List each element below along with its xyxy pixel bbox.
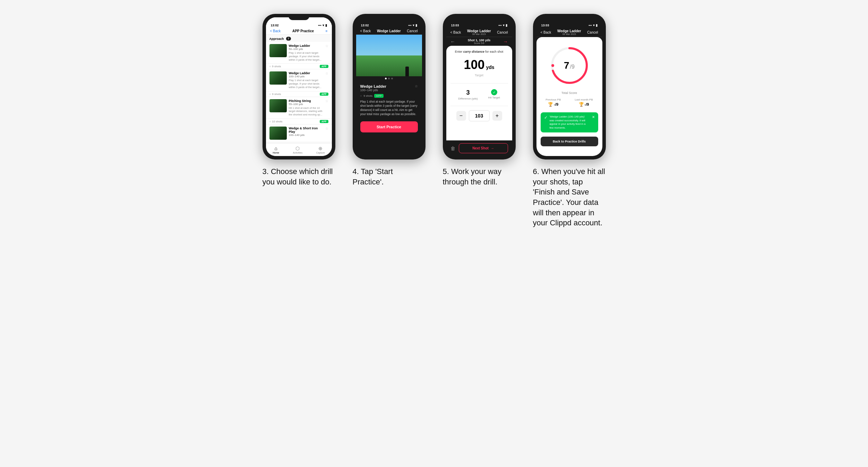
wifi-icon-1: ▾ bbox=[323, 24, 324, 27]
star-icon-2[interactable]: ☆ bbox=[325, 71, 328, 75]
cancel-btn-4[interactable]: Cancel bbox=[587, 31, 598, 34]
detail-title: Wedge Ladder bbox=[360, 84, 387, 88]
drill-item-1[interactable]: Wedge Ladder 50–100 yds Play 1 shot at e… bbox=[266, 42, 332, 64]
shot-bottom: 🗑 Next Shot → bbox=[446, 140, 512, 156]
time-4: 13:03 bbox=[541, 24, 549, 27]
status-icons-4: ▪▪▪ ▾ ▮ bbox=[588, 24, 598, 27]
home-label: Home bbox=[273, 152, 279, 154]
trash-icon[interactable]: 🗑 bbox=[450, 146, 455, 151]
status-icons-1: ▪▪▪ ▾ ▮ bbox=[318, 24, 327, 27]
app-badge-3: APP bbox=[320, 120, 328, 123]
drill-desc-2: Play 1 shot at each target yardage. If y… bbox=[289, 79, 323, 89]
drill-title-3: Pitching String bbox=[289, 99, 323, 103]
drill-desc-3: Hit 1 shot at each of the 10 target dist… bbox=[289, 106, 323, 116]
next-arrow[interactable]: → bbox=[503, 39, 508, 44]
nav-title-3: Wedge Ladder bbox=[467, 29, 491, 33]
star-icon-4[interactable]: ☆ bbox=[325, 127, 328, 130]
start-practice-btn[interactable]: Start Practice bbox=[360, 121, 418, 132]
battery-icon-2: ▮ bbox=[415, 24, 417, 27]
nav-right-1[interactable]: ≡ bbox=[326, 29, 328, 33]
drill-item-2[interactable]: Wedge Ladder 100–140 yds Play 1 shot at … bbox=[266, 69, 332, 91]
dot-2 bbox=[388, 78, 390, 79]
drill-item-3[interactable]: Pitching String 55–100 yds Hit 1 shot at… bbox=[266, 97, 332, 119]
activities-label: Activities bbox=[293, 152, 303, 154]
drill-meta-3: ○ 10 shots APP bbox=[266, 119, 332, 124]
shot-stats: 3 Difference (yds) ✓ Hit Target bbox=[458, 89, 500, 100]
drill-desc-1: Play 1 shot at each target yardage. If y… bbox=[289, 51, 323, 61]
drill-thumb-4 bbox=[269, 127, 287, 140]
nav-home[interactable]: ⌂ Home bbox=[273, 146, 279, 154]
close-icon[interactable]: ✕ bbox=[592, 115, 595, 119]
back-to-drills-btn[interactable]: Back to Practice Drills bbox=[541, 137, 598, 146]
prev-arrow[interactable]: ← bbox=[450, 39, 455, 44]
golfer-silhouette bbox=[405, 67, 409, 76]
drill-info-3: Pitching String 55–100 yds Hit 1 shot at… bbox=[289, 99, 323, 116]
cancel-btn-3[interactable]: Cancel bbox=[497, 31, 508, 34]
star-icon-detail[interactable]: ☆ bbox=[415, 84, 418, 88]
phone-screen-2: 13:02 ▪▪▪ ▾ ▮ < Back Wedge Ladder Cancel bbox=[356, 17, 422, 156]
shots-clock-icon: ○ bbox=[360, 94, 362, 97]
drill-yds-1: 50–100 yds bbox=[289, 47, 323, 51]
shot-info: Shot 1, 100 yds Score 5/9 bbox=[468, 38, 491, 44]
increment-btn[interactable]: + bbox=[492, 111, 502, 121]
circle-dot bbox=[551, 64, 554, 67]
previous-pb: Previous PB 🏆 -/9 bbox=[545, 98, 561, 107]
signal-icon-1: ▪▪▪ bbox=[318, 24, 321, 27]
phone-section-1: 13:02 ▪▪▪ ▾ ▮ < Back APP Practice ≡ bbox=[261, 14, 337, 187]
carry-strong: carry distance bbox=[463, 50, 484, 53]
nav-activities[interactable]: ⬡ Activities bbox=[293, 146, 303, 154]
phone-screen-3: 13:03 ▪▪▪ ▾ ▮ < Back Wedge Ladder 06 Mar… bbox=[446, 17, 512, 156]
home-icon: ⌂ bbox=[274, 146, 277, 151]
drill-thumb-3 bbox=[269, 99, 287, 112]
battery-icon-1: ▮ bbox=[325, 24, 327, 27]
decrement-btn[interactable]: − bbox=[456, 111, 466, 121]
nav-capture[interactable]: ⊕ Capture bbox=[316, 146, 325, 154]
shots-label-2: ○ 9 shots bbox=[269, 93, 281, 96]
back-btn-1[interactable]: < Back bbox=[270, 29, 281, 33]
score-numerator: 7 bbox=[564, 60, 569, 71]
status-icons-2: ▪▪▪ ▾ ▮ bbox=[408, 24, 417, 27]
phone-frame-3: 13:03 ▪▪▪ ▾ ▮ < Back Wedge Ladder 06 Mar… bbox=[443, 14, 516, 159]
shot-input[interactable] bbox=[469, 110, 490, 121]
prev-pb-val: 🏆 -/9 bbox=[548, 102, 558, 107]
star-icon-1[interactable]: ☆ bbox=[325, 44, 328, 48]
thumb-img-2 bbox=[269, 71, 287, 85]
back-btn-2[interactable]: < Back bbox=[360, 29, 371, 33]
phone-frame-2: 13:02 ▪▪▪ ▾ ▮ < Back Wedge Ladder Cancel bbox=[353, 14, 426, 159]
difference-label: Difference (yds) bbox=[458, 97, 478, 100]
divider-2 bbox=[450, 106, 508, 106]
back-btn-4[interactable]: < Back bbox=[541, 31, 551, 34]
nav-title-4: Wedge Ladder bbox=[557, 29, 581, 33]
drill-thumb-1 bbox=[269, 44, 287, 57]
check-icon: ✓ bbox=[544, 115, 548, 120]
circle-score: 7 /9 bbox=[549, 45, 590, 86]
notch-1 bbox=[289, 14, 309, 20]
status-icons-3: ▪▪▪ ▾ ▮ bbox=[498, 24, 507, 27]
back-btn-3[interactable]: < Back bbox=[450, 31, 461, 34]
thumb-img-4 bbox=[269, 127, 287, 140]
cancel-btn-2[interactable]: Cancel bbox=[407, 29, 418, 33]
shot-nav: ← Shot 1, 100 yds Score 5/9 → bbox=[446, 37, 512, 46]
star-icon-3[interactable]: ☆ bbox=[325, 99, 328, 103]
total-score-label: Total Score bbox=[561, 91, 577, 95]
dot-1 bbox=[385, 78, 387, 79]
divider-1 bbox=[450, 83, 508, 84]
phone-section-3: 13:03 ▪▪▪ ▾ ▮ < Back Wedge Ladder 06 Mar… bbox=[441, 14, 517, 187]
hit-target-label: Hit Target bbox=[488, 96, 500, 99]
score-content: 7 /9 Total Score Previous PB 🏆 -/9 bbox=[536, 37, 602, 156]
caption-3: 5. Work your way through the drill. bbox=[443, 166, 516, 187]
wifi-icon-2: ▾ bbox=[413, 24, 414, 27]
drill-meta-1: ○ 9 shots APP bbox=[266, 64, 332, 69]
drill-item-4[interactable]: Wedge & Short Iron Play 100–140 yds ☆ bbox=[266, 124, 332, 142]
phone-frame-4: 13:03 ▪▪▪ ▾ ▮ < Back Wedge Ladder 06 Mar… bbox=[533, 14, 606, 159]
signal-icon-2: ▪▪▪ bbox=[408, 24, 412, 27]
target-unit: yds bbox=[486, 64, 494, 70]
section-label: Approach bbox=[269, 37, 284, 41]
drill-info-4: Wedge & Short Iron Play 100–140 yds bbox=[289, 127, 323, 137]
time-1: 13:02 bbox=[271, 24, 279, 27]
drill-yds-4: 100–140 yds bbox=[289, 133, 323, 137]
capture-icon: ⊕ bbox=[318, 146, 323, 151]
next-shot-btn[interactable]: Next Shot → bbox=[459, 143, 508, 153]
thumb-img-3 bbox=[269, 99, 287, 112]
detail-yds: 100–140 yds bbox=[360, 88, 387, 92]
